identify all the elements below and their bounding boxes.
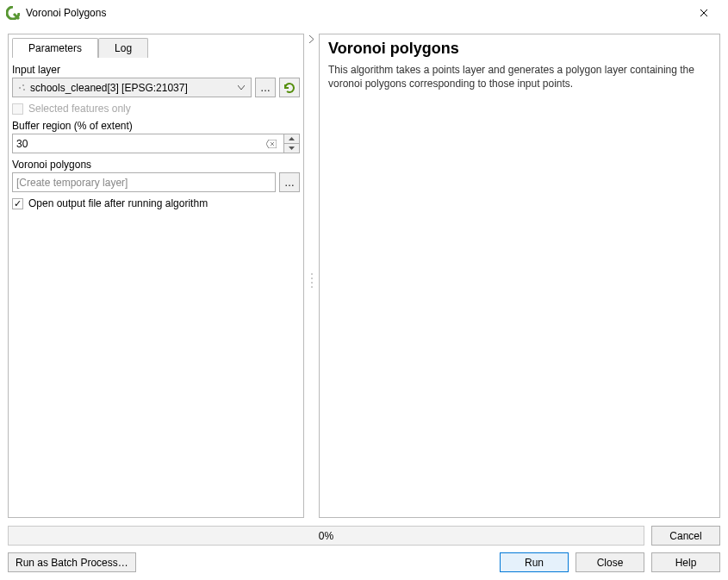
chevron-down-icon: [289, 147, 295, 150]
svg-point-0: [19, 87, 21, 89]
iterate-icon: [283, 81, 296, 95]
spin-up-button[interactable]: [284, 134, 299, 144]
chevron-right-icon: [308, 35, 314, 43]
output-browse-button[interactable]: …: [279, 172, 300, 192]
splitter-handle[interactable]: [308, 43, 315, 518]
dialog-window: Voronoi Polygons Parameters Log Input la…: [0, 0, 728, 580]
selected-features-checkbox: [12, 103, 23, 115]
tab-log[interactable]: Log: [98, 38, 148, 58]
cancel-button[interactable]: Cancel: [651, 526, 720, 546]
buffer-region-spinbox: [12, 134, 300, 153]
close-button[interactable]: Close: [576, 552, 644, 572]
buffer-region-label: Buffer region (% of extent): [12, 120, 300, 132]
spin-down-button[interactable]: [284, 144, 299, 153]
dialog-body: Parameters Log Input layer schools_clean…: [0, 26, 728, 518]
collapse-help-button[interactable]: [308, 34, 315, 43]
parameters-form: Input layer schools_cleaned[3] [EPSG:210…: [9, 59, 303, 517]
selected-features-label: Selected features only: [28, 103, 131, 115]
open-output-checkbox[interactable]: ✓: [12, 198, 23, 209]
close-icon: [700, 9, 708, 17]
tab-parameters[interactable]: Parameters: [12, 38, 98, 58]
chevron-down-icon: [235, 85, 247, 90]
help-button[interactable]: Help: [651, 552, 720, 572]
svg-point-3: [311, 273, 313, 275]
svg-point-4: [311, 278, 313, 279]
chevron-up-icon: [289, 137, 295, 140]
progress-bar: 0%: [8, 526, 644, 546]
input-layer-browse-button[interactable]: …: [255, 78, 276, 97]
svg-point-5: [311, 282, 313, 284]
progress-text: 0%: [319, 530, 333, 542]
help-title: Voronoi polygons: [328, 40, 711, 58]
output-layer-label: Voronoi polygons: [12, 159, 300, 171]
clear-icon: [266, 140, 277, 148]
buffer-region-input[interactable]: [12, 134, 300, 153]
check-icon: ✓: [14, 199, 22, 209]
help-panel: Voronoi polygons This algorithm takes a …: [319, 34, 720, 518]
dialog-bottom: 0% Cancel Run as Batch Process… Run Clos…: [0, 518, 728, 580]
parameters-panel: Parameters Log Input layer schools_clean…: [8, 34, 304, 518]
clear-input-button[interactable]: [264, 134, 279, 153]
spin-buttons: [283, 134, 299, 153]
splitter-column: [308, 34, 315, 518]
qgis-app-icon: [5, 5, 21, 21]
run-button[interactable]: Run: [500, 552, 569, 572]
svg-point-6: [311, 286, 313, 288]
svg-point-2: [23, 89, 25, 90]
point-layer-icon: [16, 84, 28, 92]
help-body: This algorithm takes a points layer and …: [328, 63, 711, 90]
open-output-label: Open output file after running algorithm: [28, 197, 208, 209]
input-layer-label: Input layer: [12, 64, 300, 76]
run-batch-button[interactable]: Run as Batch Process…: [8, 552, 136, 572]
input-layer-value: schools_cleaned[3] [EPSG:21037]: [28, 82, 235, 94]
svg-point-1: [22, 84, 24, 86]
titlebar: Voronoi Polygons: [0, 0, 728, 26]
input-layer-combo[interactable]: schools_cleaned[3] [EPSG:21037]: [12, 78, 252, 97]
output-layer-input[interactable]: [12, 172, 276, 192]
input-layer-iterate-button[interactable]: [279, 78, 300, 97]
window-title: Voronoi Polygons: [26, 7, 687, 19]
tab-bar: Parameters Log: [9, 34, 303, 58]
window-close-button[interactable]: [687, 1, 721, 25]
grip-icon: [310, 272, 314, 290]
